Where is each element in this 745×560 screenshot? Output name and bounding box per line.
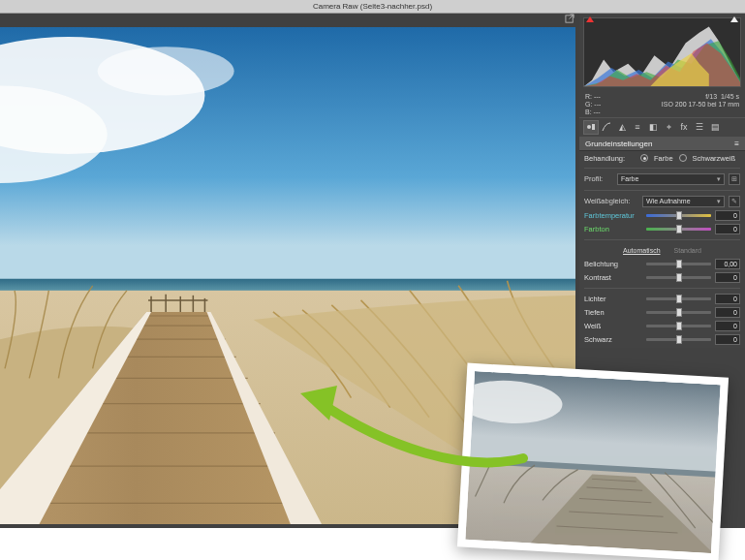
whites-value[interactable]: 0 <box>715 321 740 331</box>
treatment-label: Behandlung: <box>584 154 635 163</box>
aperture-value: f/13 <box>705 93 717 100</box>
blacks-label: Schwarz <box>584 335 642 344</box>
blacks-slider: Schwarz 0 <box>584 334 740 345</box>
contrast-value[interactable]: 0 <box>715 272 740 283</box>
treatment-bw-text[interactable]: Schwarzweiß <box>693 154 736 163</box>
exposure-track[interactable] <box>646 261 711 267</box>
panel-menu-icon[interactable]: ≡ <box>734 140 739 148</box>
exposure-slider: Belichtung 0,00 <box>584 259 740 269</box>
exposure-label: Belichtung <box>584 260 642 268</box>
temperature-track[interactable] <box>646 212 711 219</box>
tab-split-icon[interactable]: ◧ <box>645 120 661 135</box>
tint-label: Farbton <box>584 225 642 233</box>
svg-point-4 <box>98 47 234 95</box>
shadow-clip-icon[interactable] <box>586 16 594 22</box>
tab-calib-icon[interactable]: ☰ <box>692 120 707 135</box>
temperature-slider: Farbtemperatur 0 <box>584 210 740 221</box>
contrast-track[interactable] <box>646 274 711 281</box>
auto-default-row: Automatisch Standard <box>584 245 740 256</box>
shadows-label: Tiefen <box>584 308 642 317</box>
titlebar: Camera Raw (Seite3-nachher.psd) <box>0 0 745 14</box>
rgb-r: R: --- <box>585 93 601 100</box>
profile-label: Profil: <box>584 174 613 183</box>
treatment-row: Behandlung: Farbe Schwarzweiß <box>584 154 740 163</box>
rgb-g: G: --- <box>585 101 601 108</box>
highlights-value[interactable]: 0 <box>715 294 740 304</box>
exif-readout: R: --- G: --- B: --- f/13 1/45 s ISO 200… <box>579 91 745 117</box>
tint-value[interactable]: 0 <box>715 224 740 234</box>
svg-point-22 <box>587 125 591 129</box>
wb-eyedropper-icon[interactable]: ✎ <box>729 196 740 207</box>
whites-label: Weiß <box>584 322 642 330</box>
export-icon[interactable] <box>564 14 575 25</box>
tab-presets-icon[interactable]: ▤ <box>707 120 723 135</box>
treatment-color-text[interactable]: Farbe <box>654 154 673 163</box>
section-header: Grundeinstellungen ≡ <box>579 138 745 151</box>
svg-rect-23 <box>592 124 595 130</box>
section-title: Grundeinstellungen <box>585 140 652 148</box>
wb-select[interactable]: Wie Aufnahme <box>642 196 725 207</box>
highlights-slider: Lichter 0 <box>584 294 740 304</box>
tab-fx-icon[interactable]: fx <box>676 120 692 135</box>
blacks-value[interactable]: 0 <box>715 334 740 345</box>
shutter-value: 1/45 s <box>721 93 739 100</box>
tint-slider: Farbton 0 <box>584 224 740 234</box>
highlights-label: Lichter <box>584 295 642 303</box>
default-link[interactable]: Standard <box>674 247 701 254</box>
wb-label: Weißabgleich: <box>584 197 638 205</box>
auto-link[interactable]: Automatisch <box>623 247 661 254</box>
temperature-value[interactable]: 0 <box>715 210 740 221</box>
iso-lens-value: ISO 200 17-50 bei 17 mm <box>662 101 739 108</box>
highlight-clip-icon[interactable] <box>730 16 738 22</box>
tab-lens-icon[interactable]: ⌖ <box>661 120 676 135</box>
temperature-label: Farbtemperatur <box>584 211 642 220</box>
shadows-track[interactable] <box>646 309 711 316</box>
before-beach-image <box>465 371 720 553</box>
shadows-slider: Tiefen 0 <box>584 307 740 318</box>
treatment-bw-radio[interactable] <box>679 154 687 162</box>
exposure-value[interactable]: 0,00 <box>715 259 740 269</box>
contrast-slider: Kontrast 0 <box>584 272 740 283</box>
before-thumbnail <box>457 363 729 560</box>
whites-track[interactable] <box>646 323 711 329</box>
contrast-label: Kontrast <box>584 273 642 282</box>
panel-tabs: ◭ ≡ ◧ ⌖ fx ☰ ▤ <box>579 117 745 138</box>
tint-track[interactable] <box>646 226 711 233</box>
shadows-value[interactable]: 0 <box>715 307 740 318</box>
profile-select[interactable]: Farbe <box>617 173 725 185</box>
window-title: Camera Raw (Seite3-nachher.psd) <box>313 2 432 11</box>
tab-hsl-icon[interactable]: ≡ <box>630 120 645 135</box>
profile-grid-icon[interactable]: ⊞ <box>729 173 740 185</box>
histogram[interactable] <box>583 17 741 87</box>
wb-row: Weißabgleich: Wie Aufnahme ✎ <box>584 196 740 207</box>
tab-basic-icon[interactable] <box>583 120 599 135</box>
highlights-track[interactable] <box>646 296 711 302</box>
treatment-color-radio[interactable] <box>640 154 648 162</box>
tab-detail-icon[interactable]: ◭ <box>614 120 630 135</box>
blacks-track[interactable] <box>646 336 711 343</box>
profile-row: Profil: Farbe ⊞ <box>584 173 740 185</box>
rgb-b: B: --- <box>585 109 601 115</box>
tab-curve-icon[interactable] <box>599 120 614 135</box>
whites-slider: Weiß 0 <box>584 321 740 331</box>
